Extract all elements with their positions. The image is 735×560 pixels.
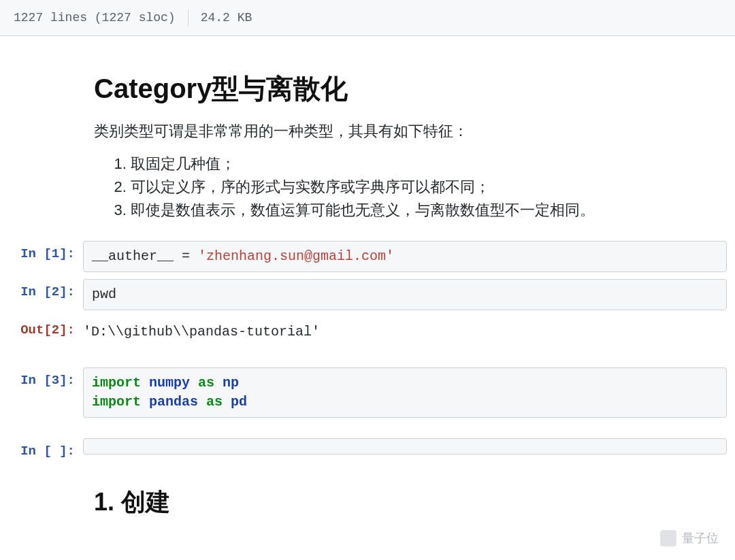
intro-text: 类别类型可谓是非常常用的一种类型，其具有如下特征： <box>94 121 715 142</box>
notebook: Category型与离散化 类别类型可谓是非常常用的一种类型，其具有如下特征： … <box>0 36 735 540</box>
feature-list: 取固定几种值； 可以定义序，序的形式与实数序或字典序可以都不同； 即使是数值表示… <box>94 154 715 220</box>
code-input[interactable]: pwd <box>83 279 727 310</box>
list-item: 可以定义序，序的形式与实数序或字典序可以都不同； <box>131 177 715 197</box>
input-prompt: In [ ]: <box>7 438 83 459</box>
watermark-icon <box>660 530 676 540</box>
file-info-bar: 1227 lines (1227 sloc) 24.2 KB <box>0 0 735 36</box>
section-heading: 1. 创建 <box>94 486 715 519</box>
list-item: 即使是数值表示，数值运算可能也无意义，与离散数值型不一定相同。 <box>131 200 715 220</box>
input-prompt: In [2]: <box>7 279 83 299</box>
divider <box>188 10 189 26</box>
file-size: 24.2 KB <box>201 11 252 24</box>
file-lines: 1227 lines (1227 sloc) <box>14 11 176 24</box>
markdown-cell: Category型与离散化 类别类型可谓是非常常用的一种类型，其具有如下特征： … <box>94 70 715 220</box>
watermark-text: 量子位 <box>682 530 719 540</box>
output-cell: Out[2]: 'D:\\github\\pandas-tutorial' <box>7 317 728 347</box>
page-title: Category型与离散化 <box>94 70 715 108</box>
code-cell: In [2]: pwd <box>7 279 728 310</box>
code-cell: In [ ]: <box>7 438 728 459</box>
markdown-cell: 1. 创建 <box>94 486 715 519</box>
code-input[interactable]: import numpy as np import pandas as pd <box>83 367 727 418</box>
code-output: 'D:\\github\\pandas-tutorial' <box>83 317 728 347</box>
input-prompt: In [3]: <box>7 367 83 388</box>
code-cell: In [1]: __auther__ = 'zhenhang.sun@gmail… <box>7 241 728 272</box>
input-prompt: In [1]: <box>7 241 83 261</box>
watermark: 量子位 <box>660 530 719 540</box>
output-prompt: Out[2]: <box>7 317 83 337</box>
code-input[interactable] <box>83 438 727 455</box>
code-input[interactable]: __auther__ = 'zhenhang.sun@gmail.com' <box>83 241 727 272</box>
code-cell: In [3]: import numpy as np import pandas… <box>7 367 728 418</box>
list-item: 取固定几种值； <box>131 154 715 174</box>
